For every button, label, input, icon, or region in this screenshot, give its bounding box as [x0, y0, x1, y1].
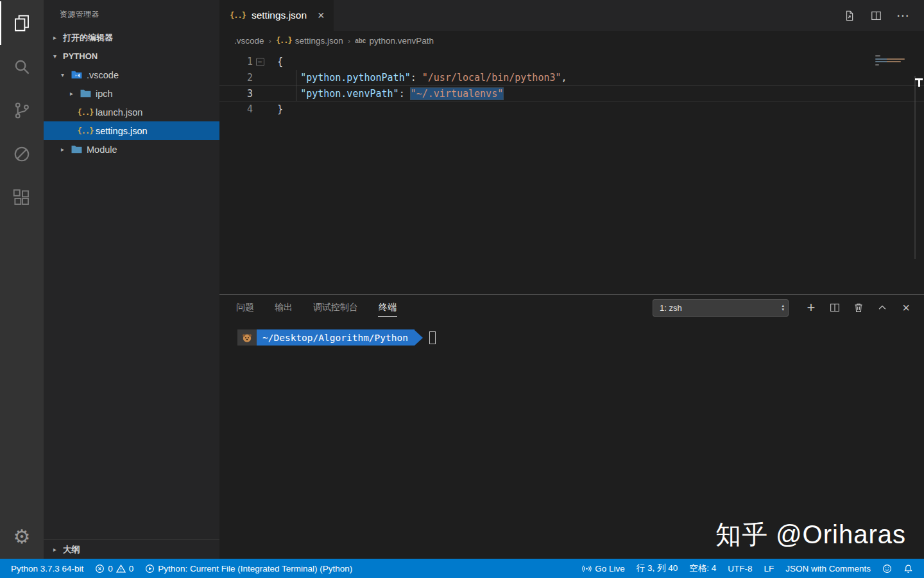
- eol-status[interactable]: LF: [758, 559, 780, 578]
- tree-item-module-folder[interactable]: ▸ Module: [44, 140, 219, 159]
- breadcrumb-item-symbol[interactable]: abc python.venvPath: [355, 36, 434, 46]
- fold-gutter: [253, 101, 267, 118]
- cursor-position-status[interactable]: 行 3, 列 40: [631, 559, 684, 578]
- breadcrumb-label: settings.json: [295, 36, 343, 46]
- code-text: "python.pythonPath": "/usr/local/bin/pyt…: [267, 70, 567, 86]
- warning-icon: [116, 564, 126, 574]
- close-icon[interactable]: ×: [318, 10, 325, 21]
- more-actions-button[interactable]: ⋯: [896, 8, 910, 22]
- tree-item-launch-json[interactable]: {..} launch.json: [44, 103, 219, 121]
- extensions-icon: [12, 188, 31, 207]
- breadcrumb-label: python.venvPath: [369, 36, 434, 46]
- indentation-status[interactable]: 空格: 4: [683, 559, 722, 578]
- language-mode-status[interactable]: JSON with Comments: [780, 559, 877, 578]
- go-live-status[interactable]: Go Live: [576, 559, 631, 578]
- activity-bar-item-search[interactable]: [0, 45, 44, 89]
- code-line: 2 "python.pythonPath": "/usr/local/bin/p…: [219, 70, 924, 86]
- chevron-up-icon: [877, 302, 888, 313]
- code-line: 4 }: [219, 101, 924, 118]
- activity-bar-item-extensions[interactable]: [0, 176, 44, 220]
- code-token: ,: [561, 72, 567, 83]
- close-panel-button[interactable]: ×: [900, 301, 912, 314]
- tree-item-label: settings.json: [96, 126, 148, 136]
- activity-bar-item-explorer[interactable]: [0, 1, 44, 45]
- json-file-icon: {..}: [230, 11, 246, 20]
- maximize-panel-button[interactable]: [876, 301, 889, 314]
- open-settings-button[interactable]: [842, 8, 856, 22]
- panel-actions: 1: zsh ▴▾ +: [653, 299, 912, 317]
- code-token: "python.pythonPath": [300, 72, 411, 83]
- status-bar-right: Go Live 行 3, 列 40 空格: 4 UTF-8 LF JSON wi…: [576, 559, 919, 578]
- terminal-select-value: 1: zsh: [660, 303, 682, 313]
- encoding-status[interactable]: UTF-8: [722, 559, 758, 578]
- activity-bar: ⚙: [0, 0, 44, 559]
- panel-header: 问题 输出 调试控制台 终端 1: zsh ▴▾ +: [219, 295, 924, 320]
- panel-tab-output[interactable]: 输出: [274, 295, 293, 320]
- error-icon: [95, 564, 105, 574]
- panel-tab-terminal[interactable]: 终端: [378, 295, 397, 320]
- minimap[interactable]: [875, 55, 912, 69]
- sidebar-title: 资源管理器: [44, 0, 219, 28]
- fold-gutter: [253, 86, 267, 101]
- breadcrumb-item-folder[interactable]: .vscode: [234, 36, 264, 46]
- tree-item-ipch-folder[interactable]: ▸ ipch: [44, 84, 219, 103]
- panel-tab-debug-console[interactable]: 调试控制台: [312, 295, 359, 320]
- status-bar-left: Python 3.7.3 64-bit 0 0 Python: Current …: [5, 559, 358, 578]
- section-outline[interactable]: ▸ 大纲: [44, 539, 219, 559]
- code-editor[interactable]: 1 − { 2 "python.pythonPath": "/usr/local…: [219, 50, 924, 294]
- terminal-instance-select[interactable]: 1: zsh ▴▾: [653, 299, 789, 317]
- section-open-editors-label: 打开的编辑器: [63, 32, 113, 44]
- code-token-highlighted: "~/.virtualenvs": [411, 88, 504, 100]
- split-terminal-icon: [829, 302, 841, 313]
- chevron-right-icon: ›: [269, 36, 271, 46]
- split-editor-button[interactable]: [869, 8, 883, 22]
- activity-bar-item-source-control[interactable]: [0, 89, 44, 132]
- eol-label: LF: [764, 564, 774, 574]
- terminal-cwd: ~/Desktop/Algorithm/Python: [257, 329, 415, 346]
- chevron-right-icon: ▸: [68, 90, 75, 97]
- line-number: 2: [219, 70, 253, 86]
- select-arrows-icon: ▴▾: [782, 304, 784, 311]
- panel-tab-problems[interactable]: 问题: [235, 295, 255, 320]
- files-icon: [12, 13, 31, 33]
- problems-status[interactable]: 0 0: [89, 559, 139, 578]
- chevron-right-icon: ▸: [59, 146, 66, 153]
- breadcrumb-item-file[interactable]: {..} settings.json: [276, 36, 343, 46]
- source-control-icon: [12, 101, 31, 120]
- section-open-editors[interactable]: ▸ 打开的编辑器: [44, 28, 219, 47]
- new-terminal-button[interactable]: +: [805, 301, 817, 314]
- code-token: "python.venvPath": [300, 88, 399, 100]
- minimap-line: [875, 58, 905, 60]
- section-folder-python[interactable]: ▾ PYTHON: [44, 47, 219, 66]
- play-icon: [145, 564, 155, 574]
- python-interpreter-status[interactable]: Python 3.7.3 64-bit: [5, 559, 89, 578]
- language-mode-label: JSON with Comments: [785, 564, 871, 574]
- activity-bar-item-debug[interactable]: [0, 132, 44, 176]
- tree-item-settings-json[interactable]: {..} settings.json: [44, 121, 219, 140]
- smiley-icon: [882, 564, 892, 574]
- minimap-line: [875, 55, 880, 57]
- folder-icon: [71, 144, 82, 154]
- code-text: }: [267, 101, 283, 118]
- go-live-label: Go Live: [595, 564, 625, 574]
- line-number: 4: [219, 101, 253, 118]
- run-configuration-status[interactable]: Python: Current File (Integrated Termina…: [139, 559, 358, 578]
- search-icon: [12, 57, 31, 76]
- split-terminal-button[interactable]: [828, 301, 841, 314]
- kill-terminal-button[interactable]: [852, 301, 865, 314]
- feedback-status[interactable]: [877, 559, 898, 578]
- vscode-folder-icon: [71, 70, 82, 80]
- tree-item-label: ipch: [96, 89, 113, 99]
- activity-bar-item-settings[interactable]: ⚙: [0, 515, 44, 559]
- tab-settings-json[interactable]: {..} settings.json ×: [219, 0, 334, 31]
- section-outline-label: 大纲: [63, 544, 80, 556]
- status-bar: Python 3.7.3 64-bit 0 0 Python: Current …: [0, 559, 924, 578]
- editor-scrollbar[interactable]: [914, 76, 916, 259]
- tree-item-vscode-folder[interactable]: ▾ .vscode: [44, 66, 219, 84]
- gear-icon: ⚙: [13, 527, 31, 547]
- fold-gutter[interactable]: −: [253, 54, 267, 70]
- notifications-status[interactable]: [898, 559, 919, 578]
- editor-area: {..} settings.json ×: [219, 0, 924, 559]
- tree-item-label: launch.json: [96, 107, 142, 118]
- chevron-down-icon: ▾: [51, 53, 58, 60]
